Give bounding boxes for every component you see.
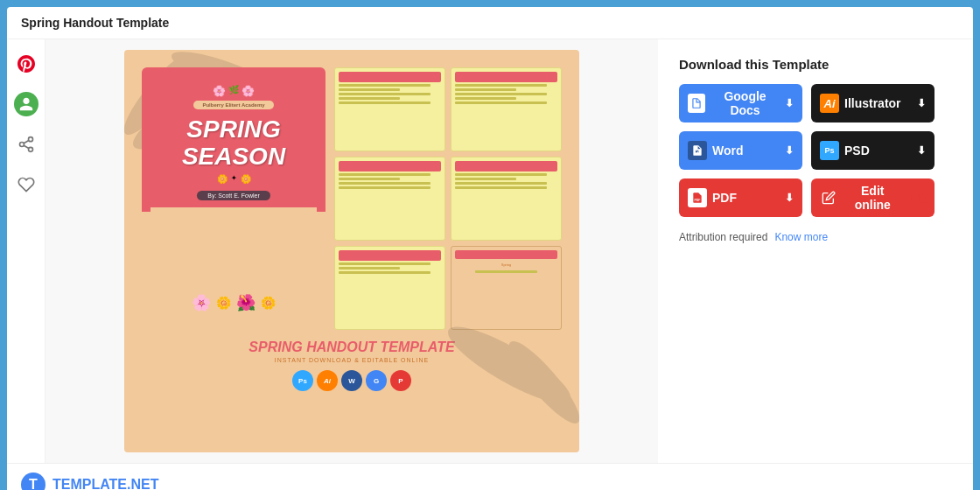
preview-right-grid: Spring bbox=[334, 67, 562, 330]
info-icon[interactable]: i bbox=[911, 190, 926, 206]
mini-page-1 bbox=[334, 67, 445, 151]
word-label: Word bbox=[712, 144, 744, 158]
download-section-title: Download this Template bbox=[679, 57, 934, 72]
footer-logo-letter: T bbox=[29, 477, 38, 490]
psd-button[interactable]: Ps PSD ⬇ bbox=[811, 131, 934, 170]
footer-brand-suffix: .NET bbox=[127, 477, 158, 490]
word-button[interactable]: Word ⬇ bbox=[679, 131, 802, 170]
svg-point-1 bbox=[19, 143, 24, 147]
download-panel: Download this Template Google Docs ⬇ Ai … bbox=[658, 39, 956, 463]
google-docs-caret: ⬇ bbox=[785, 97, 794, 109]
edit-online-button[interactable]: Edit online i bbox=[811, 178, 934, 217]
template-preview-area: 🌸 🌿 🌸 Pulberry Elitert Academy SPRINGSEA… bbox=[46, 39, 658, 463]
google-docs-label: Google Docs bbox=[710, 89, 780, 117]
illustrator-caret: ⬇ bbox=[917, 97, 926, 109]
mini-page-3 bbox=[334, 157, 445, 241]
mini-page-6: Spring bbox=[451, 246, 562, 330]
illustrator-button[interactable]: Ai Illustrator ⬇ bbox=[811, 84, 934, 122]
word-caret: ⬇ bbox=[785, 144, 794, 157]
edit-pencil-icon bbox=[820, 188, 838, 207]
svg-line-3 bbox=[24, 145, 29, 148]
svg-text:PDF: PDF bbox=[695, 199, 702, 202]
content-area: 🌸 🌿 🌸 Pulberry Elitert Academy SPRINGSEA… bbox=[7, 39, 973, 463]
edit-online-label: Edit online bbox=[844, 184, 902, 212]
pdf-format-icon: P bbox=[390, 370, 411, 391]
mini-page-5 bbox=[334, 246, 445, 330]
preview-main: 🌸 🌿 🌸 Pulberry Elitert Academy SPRINGSEA… bbox=[142, 67, 562, 330]
page-title: Spring Handout Template bbox=[21, 16, 169, 30]
mini-page-2 bbox=[451, 67, 562, 151]
bottom-text-area: SPRING HANDOUT TEMPLATE INSTANT DOWNLOAD… bbox=[142, 339, 562, 391]
docs-format-icon: G bbox=[366, 370, 387, 391]
psd-caret: ⬇ bbox=[917, 144, 926, 157]
illustrator-label: Illustrator bbox=[844, 96, 901, 110]
word-icon bbox=[688, 141, 707, 160]
user-profile-icon[interactable] bbox=[14, 92, 38, 116]
attribution-row: Attribution required Know more bbox=[679, 231, 934, 243]
pdf-button[interactable]: PDF PDF ⬇ bbox=[679, 178, 802, 217]
spring-season-text: SPRINGSEASON bbox=[182, 116, 285, 171]
pinterest-icon[interactable] bbox=[14, 52, 38, 76]
ai-icon: Ai bbox=[820, 94, 839, 113]
svg-point-0 bbox=[28, 137, 32, 142]
preview-left-card: 🌸 🌿 🌸 Pulberry Elitert Academy SPRINGSEA… bbox=[142, 67, 326, 330]
btn-row-1: Google Docs ⬇ Ai Illustrator ⬇ bbox=[679, 84, 934, 122]
pdf-label: PDF bbox=[712, 191, 737, 205]
know-more-link[interactable]: Know more bbox=[774, 231, 828, 243]
attribution-text: Attribution required bbox=[679, 231, 767, 243]
btn-row-2: Word ⬇ Ps PSD ⬇ bbox=[679, 131, 934, 170]
pdf-caret: ⬇ bbox=[785, 192, 794, 204]
academy-name-badge: Pulberry Elitert Academy bbox=[193, 101, 273, 109]
footer-logo: T bbox=[21, 472, 46, 490]
footer-brand: TEMPLATE.NET bbox=[52, 477, 158, 490]
format-icons-row: Ps Ai W G P bbox=[142, 370, 562, 391]
google-docs-button[interactable]: Google Docs ⬇ bbox=[679, 84, 802, 122]
svg-line-4 bbox=[24, 140, 29, 143]
psd-icon: Ps bbox=[820, 141, 839, 160]
btn-row-3: PDF PDF ⬇ Edit online i bbox=[679, 178, 934, 217]
heart-icon[interactable] bbox=[14, 172, 38, 197]
bottom-section: SPRING HANDOUT TEMPLATE INSTANT DOWNLOAD… bbox=[142, 339, 562, 391]
google-docs-icon bbox=[688, 94, 705, 113]
mini-page-4 bbox=[451, 157, 562, 241]
top-bar: Spring Handout Template bbox=[7, 7, 973, 39]
author-badge: By: Scott E. Fowler bbox=[197, 191, 270, 200]
svg-point-2 bbox=[28, 147, 32, 151]
pdf-icon: PDF bbox=[688, 188, 707, 207]
template-card: 🌸 🌿 🌸 Pulberry Elitert Academy SPRINGSEA… bbox=[124, 50, 579, 452]
sidebar bbox=[7, 39, 46, 463]
illustrator-format-icon: Ai bbox=[317, 370, 338, 391]
share-icon[interactable] bbox=[14, 132, 38, 157]
main-window: Spring Handout Template bbox=[7, 7, 973, 490]
footer: T TEMPLATE.NET bbox=[7, 463, 973, 490]
spring-handout-title: SPRING HANDOUT TEMPLATE bbox=[142, 339, 562, 355]
word-format-icon: W bbox=[341, 370, 362, 391]
instant-download-text: INSTANT DOWNLOAD & EDITABLE ONLINE bbox=[142, 357, 562, 363]
psd-label: PSD bbox=[844, 144, 870, 158]
photoshop-format-icon: Ps bbox=[292, 370, 313, 391]
footer-brand-main: TEMPLATE bbox=[52, 477, 127, 490]
